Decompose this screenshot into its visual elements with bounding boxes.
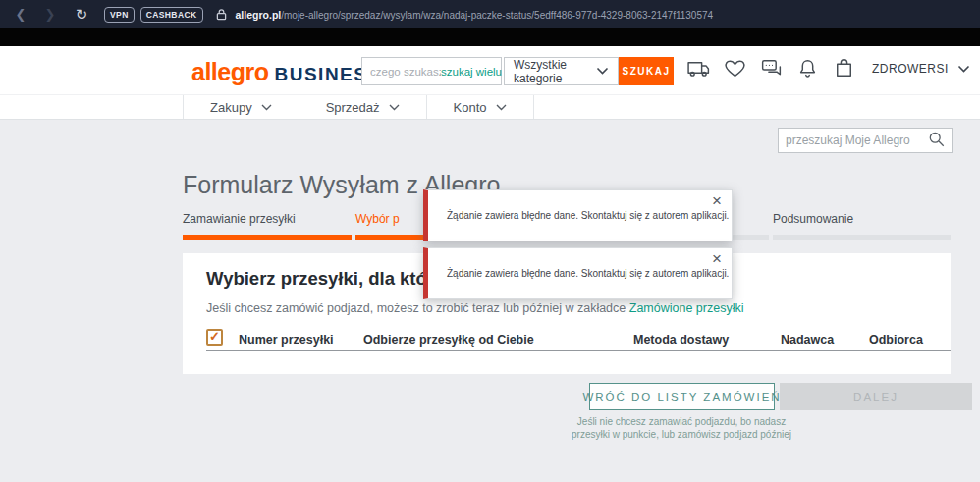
step-zamawianie-przesylki: Zamawianie przesyłki [183,212,352,226]
browser-toolbar: ❮ ❯ ↻ VPN CASHBACK allegro.pl/moje-alleg… [0,0,980,28]
main-nav: Zakupy Sprzedaż Konto [0,94,980,120]
chevron-down-icon [496,104,507,111]
nav-item-konto[interactable]: Konto [427,95,534,119]
allegro-business-logo[interactable]: allegro BUSINESS [191,58,382,86]
step-label: Podsumowanie [773,212,951,226]
moje-allegro-search-box[interactable] [778,128,953,153]
nav-item-sprzedaz[interactable]: Sprzedaż [299,95,427,119]
messages-icon[interactable] [759,56,784,80]
chevron-down-icon [261,104,272,111]
error-toast: Żądanie zawiera błędne dane. Skontaktuj … [423,189,733,241]
browser-back-icon[interactable]: ❮ [12,7,29,22]
account-menu[interactable]: ZDROWERSI [872,62,970,76]
category-select[interactable]: Wszystkie kategorie [504,57,619,85]
nav-item-zakupy[interactable]: Zakupy [183,95,299,119]
zamowione-przesylki-link[interactable]: Zamówione przesyłki [629,301,744,315]
vpn-badge[interactable]: VPN [104,7,135,23]
card-subtext: Jeśli chcesz zamówić podjazd, możesz to … [206,301,743,315]
column-header-metoda-dostawy: Metoda dostawy [633,333,729,347]
chevron-down-icon [596,67,609,76]
checkmark-icon: ✓ [209,330,220,343]
logo-allegro: allegro [191,58,268,86]
browser-forward-icon[interactable]: ❯ [41,7,59,22]
back-to-orders-button[interactable]: WRÓĆ DO LISTY ZAMÓWIEŃ [589,383,775,410]
address-bar[interactable]: allegro.pl/moje-allegro/sprzedaz/wysylam… [236,9,714,21]
error-toast-message: Żądanie zawiera błędne dane. Skontaktuj … [447,210,729,221]
column-header-odbierze-przesylke: Odbierze przesyłkę od Ciebie [363,333,534,347]
url-domain: allegro.pl [236,9,282,21]
nav-label: Konto [454,100,487,115]
site-header: allegro BUSINESS szukaj wielu Wszystkie … [0,46,980,94]
cart-bag-icon[interactable] [832,56,856,80]
step-label: Zamawianie przesyłki [183,212,352,226]
ssl-lock-icon[interactable] [216,8,227,21]
column-header-numer-przesylki: Numer przesyłki [239,333,334,347]
nav-label: Zakupy [210,100,252,115]
search-icon[interactable] [928,131,945,151]
chevron-down-icon [389,104,400,111]
close-icon[interactable]: × [712,192,722,209]
favorites-heart-icon[interactable] [723,56,747,80]
step-bar-todo [773,235,951,240]
header-icon-row [686,56,856,80]
search-button[interactable]: SZUKAJ [619,57,674,85]
cashback-badge[interactable]: CASHBACK [140,7,203,23]
notifications-bell-icon[interactable] [795,56,820,80]
top-black-band [0,28,980,46]
moje-allegro-search-input[interactable] [786,134,921,147]
step-podsumowanie: Podsumowanie [773,212,951,226]
account-name: ZDROWERSI [872,62,949,76]
table-header-divider [206,350,951,351]
helper-line-2: przesyłki w punkcie, lub zamówisz podjaz… [495,428,868,441]
multi-search-link[interactable]: szukaj wielu [441,66,502,78]
error-toast: Żądanie zawiera błędne dane. Skontaktuj … [423,247,733,299]
delivery-truck-icon[interactable] [686,56,711,80]
back-button-helper-text: Jeśli nie chcesz zamawiać podjazdu, bo n… [495,415,868,441]
chevron-down-icon [957,65,970,74]
close-icon[interactable]: × [712,250,722,267]
error-toast-message: Żądanie zawiera błędne dane. Skontaktuj … [447,268,729,279]
next-button[interactable]: DALEJ [780,383,972,410]
column-header-nadawca: Nadawca [781,333,834,347]
select-all-checkbox[interactable]: ✓ [206,329,223,346]
step-bar-done [183,235,352,240]
main-search-box[interactable]: szukaj wielu [361,57,502,85]
subtext: Jeśli chcesz zamówić podjazd, możesz to … [206,301,629,315]
main-search-input[interactable] [370,66,441,78]
helper-line-1: Jeśli nie chcesz zamawiać podjazdu, bo n… [495,415,868,428]
url-path: /moje-allegro/sprzedaz/wysylam/wza/nadaj… [281,10,713,21]
column-header-odbiorca: Odbiorca [869,333,923,347]
browser-reload-icon[interactable]: ↻ [73,6,90,24]
nav-label: Sprzedaż [326,100,380,115]
category-select-value: Wszystkie kategorie [514,58,596,85]
